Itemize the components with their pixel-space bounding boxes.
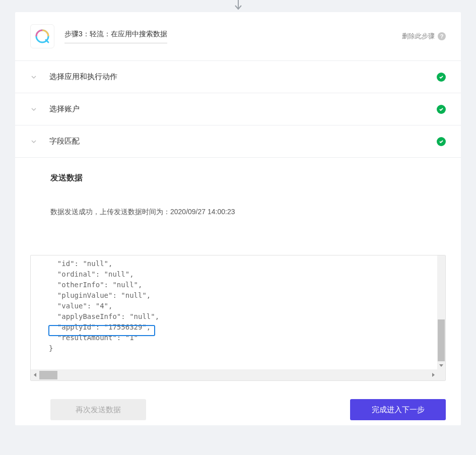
scroll-left-arrow-icon[interactable] xyxy=(31,369,39,380)
svg-marker-3 xyxy=(34,373,36,377)
horizontal-scrollbar[interactable] xyxy=(31,369,445,380)
chevron-down-icon xyxy=(30,138,45,145)
horizontal-scroll-thumb[interactable] xyxy=(39,371,57,379)
send-data-title: 发送数据 xyxy=(50,173,446,183)
section-label: 选择账户 xyxy=(45,104,437,114)
vertical-scrollbar[interactable] xyxy=(437,255,445,370)
help-icon[interactable]: ? xyxy=(438,32,446,40)
send-data-block: 发送数据 数据发送成功，上传发送数据时间为：2020/09/27 14:00:2… xyxy=(15,158,461,255)
step-card: 步骤3：轻流：在应用中搜索数据 删除此步骤 ? 选择应用和执行动作 选择账户 字… xyxy=(15,12,461,425)
app-icon xyxy=(30,24,54,48)
send-data-message: 数据发送成功，上传发送数据时间为：2020/09/27 14:00:23 xyxy=(50,208,446,217)
delete-step-button[interactable]: 删除此步骤 ? xyxy=(402,32,446,41)
delete-step-label: 删除此步骤 xyxy=(402,32,435,41)
section-label: 字段匹配 xyxy=(45,137,437,146)
section-label: 选择应用和执行动作 xyxy=(45,72,437,82)
footer-buttons: 再次发送数据 完成进入下一步 xyxy=(15,381,461,425)
svg-marker-4 xyxy=(432,373,435,377)
resend-button[interactable]: 再次发送数据 xyxy=(50,399,146,420)
section-select-app[interactable]: 选择应用和执行动作 xyxy=(15,61,461,93)
check-icon xyxy=(437,137,446,146)
scroll-down-arrow-icon[interactable] xyxy=(437,361,445,369)
step-title[interactable]: 步骤3：轻流：在应用中搜索数据 xyxy=(64,30,167,43)
chevron-down-icon xyxy=(30,74,45,81)
chevron-down-icon xyxy=(30,106,45,113)
section-select-account[interactable]: 选择账户 xyxy=(15,93,461,125)
check-icon xyxy=(437,73,446,82)
flow-arrow-icon xyxy=(0,0,476,12)
code-content[interactable]: "id": "null", "ordinal": "null", "otherI… xyxy=(31,255,445,370)
response-code-box: "id": "null", "ordinal": "null", "otherI… xyxy=(30,255,446,381)
section-field-match[interactable]: 字段匹配 xyxy=(15,125,461,158)
card-header: 步骤3：轻流：在应用中搜索数据 删除此步骤 ? xyxy=(15,12,461,61)
svg-marker-2 xyxy=(439,364,443,367)
check-icon xyxy=(437,105,446,114)
scroll-right-arrow-icon[interactable] xyxy=(429,369,437,380)
next-step-button[interactable]: 完成进入下一步 xyxy=(350,399,446,420)
